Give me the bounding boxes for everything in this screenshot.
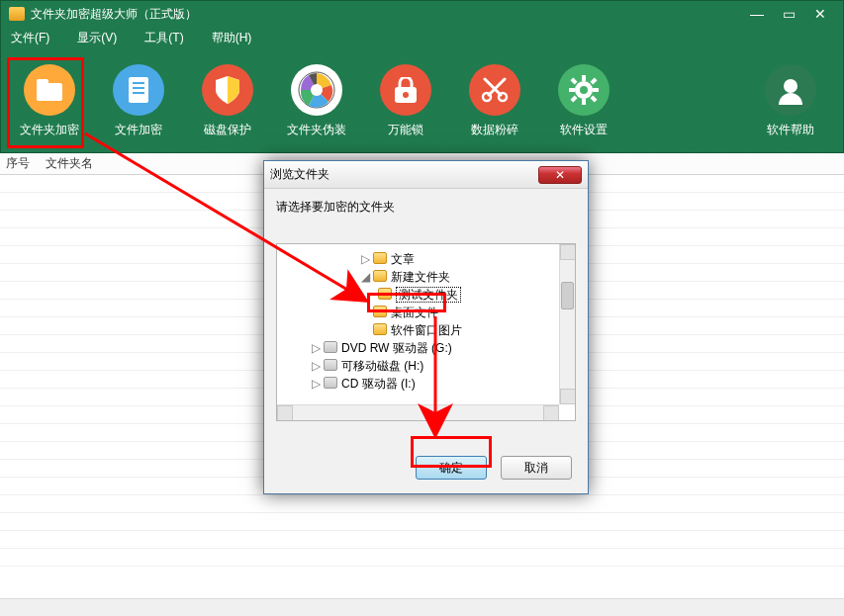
svg-point-22 xyxy=(784,79,797,93)
tool-folder-encrypt[interactable]: 文件夹加密 xyxy=(5,53,94,148)
tree-item[interactable]: 可移动磁盘 (H:) xyxy=(341,359,423,373)
toolbar: 文件夹加密 文件加密 磁盘保护 文件夹伪装 万能锁 xyxy=(0,49,844,153)
titlebar: 文件夹加密超级大师（正式版） — ▭ ✕ xyxy=(0,0,844,27)
svg-rect-17 xyxy=(593,88,599,92)
col-index: 序号 xyxy=(6,155,46,172)
folder-icon xyxy=(24,64,75,116)
window-controls: — ▭ ✕ xyxy=(742,5,835,23)
dialog-close-button[interactable]: ✕ xyxy=(538,166,582,184)
app-icon xyxy=(9,7,25,21)
tool-software-help[interactable]: 软件帮助 xyxy=(746,53,835,148)
menu-view[interactable]: 显示(V) xyxy=(77,30,117,46)
svg-rect-2 xyxy=(129,77,148,103)
svg-point-13 xyxy=(580,86,588,94)
lock-icon xyxy=(380,64,431,116)
dialog-titlebar[interactable]: 浏览文件夹 ✕ xyxy=(264,161,588,189)
svg-rect-14 xyxy=(582,75,586,81)
tool-label: 数据粉碎 xyxy=(471,122,518,138)
tool-label: 文件夹伪装 xyxy=(287,122,346,138)
tool-label: 文件夹加密 xyxy=(20,122,79,138)
minimize-button[interactable]: — xyxy=(742,5,772,23)
scrollbar-vertical[interactable] xyxy=(559,244,575,404)
svg-rect-19 xyxy=(590,77,597,84)
tool-folder-disguise[interactable]: 文件夹伪装 xyxy=(272,53,361,148)
svg-rect-4 xyxy=(133,87,144,89)
tool-label: 软件帮助 xyxy=(767,122,814,138)
scissors-icon xyxy=(469,64,520,116)
tool-disk-protect[interactable]: 磁盘保护 xyxy=(183,53,272,148)
gear-icon xyxy=(558,64,610,116)
tool-label: 文件加密 xyxy=(115,122,162,138)
tool-file-encrypt[interactable]: 文件加密 xyxy=(94,53,183,148)
browse-folder-dialog: 浏览文件夹 ✕ 请选择要加密的文件夹 ▷文章 ◢新建文件夹 测试文件夹 桌面文件… xyxy=(263,160,589,494)
svg-rect-20 xyxy=(570,95,577,102)
svg-rect-18 xyxy=(570,77,577,84)
tool-software-settings[interactable]: 软件设置 xyxy=(539,53,628,148)
folder-tree[interactable]: ▷文章 ◢新建文件夹 测试文件夹 桌面文件 软件窗口图片 ▷DVD RW 驱动器… xyxy=(276,243,576,421)
svg-rect-21 xyxy=(590,95,597,102)
menu-file[interactable]: 文件(F) xyxy=(11,30,49,46)
window-title: 文件夹加密超级大师（正式版） xyxy=(31,6,197,23)
tool-label: 磁盘保护 xyxy=(204,122,251,138)
ok-button[interactable]: 确定 xyxy=(416,456,487,480)
col-name: 文件夹名 xyxy=(46,155,93,172)
user-icon xyxy=(765,64,816,116)
menu-tools[interactable]: 工具(T) xyxy=(144,30,183,46)
tool-universal-lock[interactable]: 万能锁 xyxy=(361,53,450,148)
dialog-prompt: 请选择要加密的文件夹 xyxy=(276,199,576,216)
tree-item[interactable]: CD 驱动器 (I:) xyxy=(341,377,416,391)
menu-help[interactable]: 帮助(H) xyxy=(212,30,252,46)
aperture-icon xyxy=(291,64,342,116)
tree-item-selected[interactable]: 测试文件夹 xyxy=(396,287,461,303)
svg-rect-3 xyxy=(133,82,144,84)
tree-item[interactable]: 软件窗口图片 xyxy=(391,323,462,337)
close-button[interactable]: ✕ xyxy=(805,5,835,23)
scrollbar-horizontal[interactable] xyxy=(277,404,559,420)
svg-rect-1 xyxy=(37,79,48,87)
cancel-button[interactable]: 取消 xyxy=(501,456,572,480)
svg-point-9 xyxy=(403,92,409,98)
svg-rect-5 xyxy=(133,92,144,94)
tool-label: 万能锁 xyxy=(388,122,423,138)
tool-label: 软件设置 xyxy=(560,122,608,138)
tree-item[interactable]: 桌面文件 xyxy=(391,306,438,319)
statusbar xyxy=(0,598,844,616)
svg-rect-15 xyxy=(582,99,586,105)
svg-rect-16 xyxy=(569,88,575,92)
file-icon xyxy=(113,64,164,116)
shield-icon xyxy=(202,64,253,116)
tool-data-shred[interactable]: 数据粉碎 xyxy=(450,53,539,148)
tree-item[interactable]: 新建文件夹 xyxy=(391,270,450,284)
tree-item[interactable]: 文章 xyxy=(391,252,415,266)
tree-item[interactable]: DVD RW 驱动器 (G:) xyxy=(341,341,452,355)
menubar: 文件(F) 显示(V) 工具(T) 帮助(H) xyxy=(0,27,844,49)
dialog-title: 浏览文件夹 xyxy=(270,166,329,183)
svg-point-7 xyxy=(311,84,323,96)
maximize-button[interactable]: ▭ xyxy=(774,5,803,23)
